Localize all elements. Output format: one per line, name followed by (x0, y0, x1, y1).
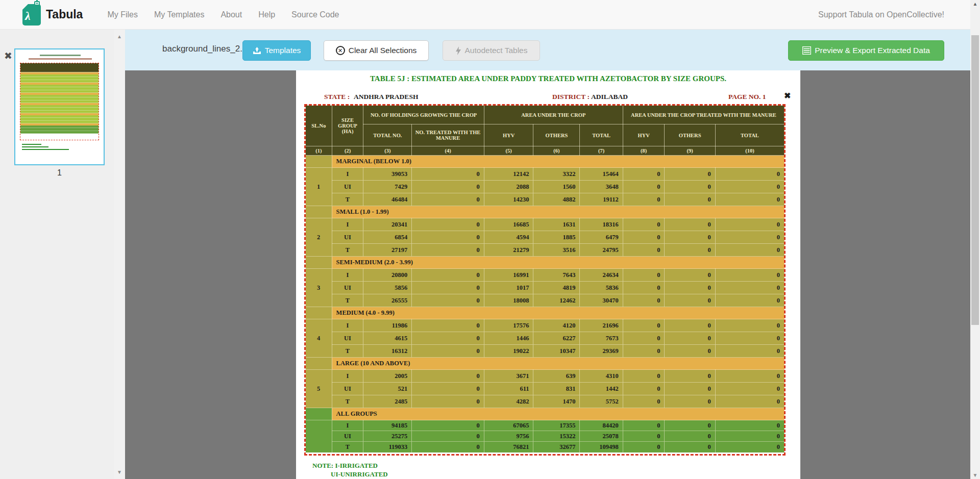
value-cell: 18316 (580, 218, 623, 231)
nav-item-my-files[interactable]: My Files (99, 5, 146, 24)
nav-item-my-templates[interactable]: My Templates (146, 5, 212, 24)
brand[interactable]: λ Tabula (22, 4, 83, 26)
clear-selections-label: Clear All Selections (349, 46, 417, 55)
table-row: 4I11986017576412021696000 (306, 319, 785, 332)
value-cell: 14230 (484, 193, 533, 206)
value-cell: 1885 (533, 231, 580, 244)
table-row: T24850428214705752000 (306, 395, 785, 408)
value-cell: 0 (623, 231, 665, 244)
value-cell: 521 (363, 383, 412, 395)
group-label: SEMI-MEDIUM (2.0 - 3.99) (332, 257, 784, 269)
column-subheader: OTHERS (665, 124, 715, 146)
value-cell: 32677 (533, 442, 580, 452)
value-cell: 76821 (484, 442, 533, 452)
scroll-down-icon[interactable]: ▼ (970, 472, 980, 478)
table-row: UI46150144662277673000 (306, 332, 785, 345)
nav-item-help[interactable]: Help (250, 5, 283, 24)
nav-item-source-code[interactable]: Source Code (283, 5, 347, 24)
templates-button[interactable]: Templates (242, 40, 311, 61)
value-cell: 0 (665, 395, 715, 408)
value-cell: 0 (412, 383, 484, 395)
support-link[interactable]: Support Tabula on OpenCollective! (818, 10, 944, 19)
lock-icon (34, 1, 40, 6)
group-label: SMALL (1.0 - 1.99) (332, 206, 784, 218)
column-subheader: TOTAL (580, 124, 623, 146)
table-list-icon (802, 46, 811, 55)
district-label: DISTRICT : (552, 93, 590, 101)
value-cell: 25275 (363, 431, 412, 442)
value-cell: 11986 (363, 319, 412, 332)
clear-all-selections-button[interactable]: ✕ Clear All Selections (324, 40, 429, 61)
value-cell: 0 (623, 181, 665, 193)
table-row: T11903307682132677109498000 (306, 442, 785, 452)
value-cell: 0 (665, 383, 715, 395)
column-subheader: HYV (623, 124, 665, 146)
row-label-cell: T (332, 193, 363, 206)
brand-name: Tabula (46, 8, 83, 21)
value-cell: 1631 (533, 218, 580, 231)
table-row: T265550180081246230470000 (306, 294, 785, 307)
value-cell: 6854 (363, 231, 412, 244)
row-label-cell: I (332, 269, 363, 282)
window-scrollbar[interactable]: ▲ ▼ (970, 0, 980, 479)
value-cell: 0 (665, 442, 715, 452)
page-thumbnail[interactable] (14, 48, 105, 165)
group-label: MEDIUM (4.0 - 9.99) (332, 307, 784, 319)
preview-export-button[interactable]: Preview & Export Extracted Data (788, 40, 944, 61)
top-navbar: λ Tabula My FilesMy TemplatesAboutHelpSo… (0, 0, 980, 30)
table-row: 3I20800016991764324634000 (306, 269, 785, 282)
column-header: AREA UNDER THE CROP TREATED WITH THE MAN… (623, 106, 784, 124)
value-cell: 0 (412, 231, 484, 244)
value-cell: 0 (665, 345, 715, 358)
value-cell: 0 (623, 168, 665, 181)
value-cell: 2485 (363, 395, 412, 408)
state-label: STATE : (324, 93, 350, 101)
group-header-row: SMALL (1.0 - 1.99) (306, 206, 785, 218)
pdf-table: SL.NoSIZE GROUP (HA)NO. OF HOLDINGS GROW… (305, 105, 785, 452)
row-label-cell: I (332, 319, 363, 332)
value-cell: 0 (623, 218, 665, 231)
scroll-up-icon[interactable]: ▲ (970, 1, 980, 7)
group-slno-spacer (306, 156, 332, 168)
nav-item-about[interactable]: About (212, 5, 250, 24)
sidebar-scroll-up-icon[interactable]: ▲ (114, 34, 125, 39)
value-cell: 6227 (533, 332, 580, 345)
column-subheader: TOTAL (715, 124, 784, 146)
column-number: (7) (580, 146, 623, 156)
value-cell: 29369 (580, 345, 623, 358)
group-label: LARGE (10 AND ABOVE) (332, 358, 784, 370)
column-subheader: HYV (484, 124, 533, 146)
value-cell: 119033 (363, 442, 412, 452)
value-cell: 3516 (533, 244, 580, 257)
table-row: I941850670651735584420000 (306, 420, 785, 431)
column-subheader: NO. TREATED WITH THE MANURE (412, 124, 484, 146)
remove-page-button[interactable]: ✖ (4, 50, 12, 62)
value-cell: 12462 (533, 294, 580, 307)
value-cell: 0 (623, 294, 665, 307)
group-label: MARGINAL (BELOW 1.0) (332, 156, 784, 168)
value-cell: 46484 (363, 193, 412, 206)
sidebar-scroll-down-icon[interactable]: ▼ (114, 469, 125, 475)
selection-close-button[interactable]: ✖ (784, 91, 791, 100)
table-row: UI58560101748195836000 (306, 282, 785, 294)
value-cell: 39053 (363, 168, 412, 181)
value-cell: 0 (412, 282, 484, 294)
table-row: UI52106118311442000 (306, 383, 785, 395)
column-number: (3) (363, 146, 412, 156)
thumbnail-mini-table (20, 63, 99, 140)
pages-sidebar: ✖ 1 ▲ ▼ (0, 30, 125, 479)
value-cell: 15322 (533, 431, 580, 442)
thumbnail-subtitle-line (29, 58, 92, 60)
export-button-label: Preview & Export Extracted Data (815, 46, 930, 55)
pdf-page[interactable]: TABLE 5J : ESTIMATED AREA UNDER PADDY TR… (296, 70, 800, 479)
sidebar-scrollbar[interactable]: ▲ ▼ (114, 30, 125, 479)
upload-icon (253, 47, 261, 55)
scrollbar-thumb[interactable] (971, 35, 979, 325)
autodetect-tables-button[interactable]: Autodetect Tables (443, 40, 540, 61)
value-cell: 0 (412, 294, 484, 307)
value-cell: 17576 (484, 319, 533, 332)
value-cell: 6479 (580, 231, 623, 244)
row-label-cell: UI (332, 231, 363, 244)
value-cell: 0 (715, 181, 784, 193)
slno-cell: 1 (306, 168, 332, 206)
